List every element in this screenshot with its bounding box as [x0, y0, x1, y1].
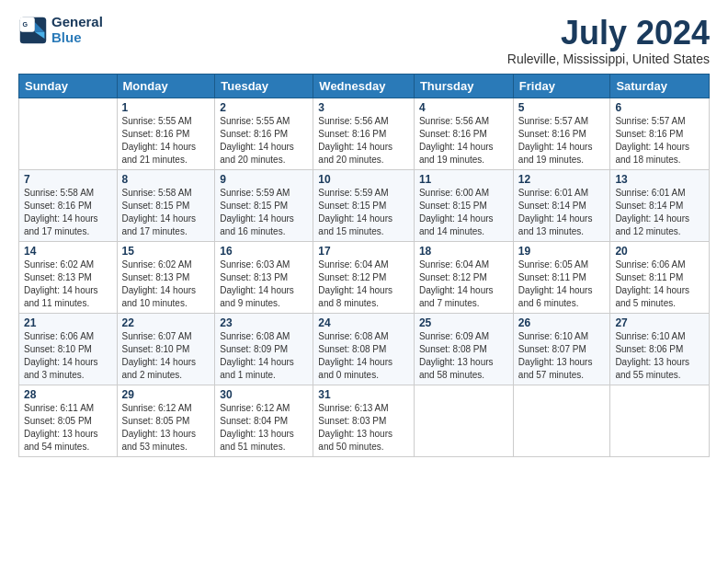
- day-info: Sunrise: 6:08 AM Sunset: 8:09 PM Dayligh…: [220, 330, 308, 382]
- day-number: 29: [122, 388, 210, 401]
- day-number: 25: [419, 316, 508, 329]
- calendar-cell: 16Sunrise: 6:03 AM Sunset: 8:13 PM Dayli…: [215, 241, 313, 313]
- col-tuesday: Tuesday: [215, 74, 313, 98]
- calendar-cell: 8Sunrise: 5:58 AM Sunset: 8:15 PM Daylig…: [117, 169, 215, 241]
- calendar-week-4: 21Sunrise: 6:06 AM Sunset: 8:10 PM Dayli…: [19, 313, 710, 385]
- logo-general: General: [51, 15, 103, 30]
- calendar-cell: [414, 385, 513, 456]
- calendar-cell: 12Sunrise: 6:01 AM Sunset: 8:14 PM Dayli…: [513, 169, 610, 241]
- main-title: July 2024: [507, 15, 710, 52]
- col-sunday: Sunday: [19, 74, 118, 98]
- calendar-cell: 3Sunrise: 5:56 AM Sunset: 8:16 PM Daylig…: [313, 98, 415, 169]
- col-wednesday: Wednesday: [313, 74, 415, 98]
- calendar-cell: 1Sunrise: 5:55 AM Sunset: 8:16 PM Daylig…: [117, 98, 215, 169]
- day-info: Sunrise: 5:58 AM Sunset: 8:15 PM Dayligh…: [122, 187, 210, 238]
- day-info: Sunrise: 6:04 AM Sunset: 8:12 PM Dayligh…: [318, 259, 409, 310]
- day-number: 19: [518, 245, 606, 258]
- title-block: July 2024 Ruleville, Mississippi, United…: [507, 15, 710, 66]
- logo-text: General Blue: [51, 15, 103, 45]
- calendar-cell: 29Sunrise: 6:12 AM Sunset: 8:05 PM Dayli…: [117, 385, 215, 456]
- day-info: Sunrise: 5:56 AM Sunset: 8:16 PM Dayligh…: [419, 115, 508, 167]
- day-info: Sunrise: 5:57 AM Sunset: 8:16 PM Dayligh…: [615, 115, 704, 167]
- day-number: 20: [615, 245, 704, 258]
- day-info: Sunrise: 6:04 AM Sunset: 8:12 PM Dayligh…: [419, 259, 508, 310]
- day-info: Sunrise: 5:59 AM Sunset: 8:15 PM Dayligh…: [220, 187, 308, 238]
- calendar-cell: 10Sunrise: 5:59 AM Sunset: 8:15 PM Dayli…: [313, 169, 415, 241]
- calendar-cell: 19Sunrise: 6:05 AM Sunset: 8:11 PM Dayli…: [513, 241, 610, 313]
- day-info: Sunrise: 6:07 AM Sunset: 8:10 PM Dayligh…: [122, 330, 210, 382]
- calendar-cell: 17Sunrise: 6:04 AM Sunset: 8:12 PM Dayli…: [313, 241, 415, 313]
- day-number: 14: [24, 245, 112, 258]
- day-number: 3: [318, 101, 409, 114]
- day-info: Sunrise: 5:55 AM Sunset: 8:16 PM Dayligh…: [122, 115, 210, 167]
- day-info: Sunrise: 6:01 AM Sunset: 8:14 PM Dayligh…: [518, 187, 606, 238]
- header: G General Blue July 2024 Ruleville, Miss…: [18, 15, 710, 66]
- day-number: 15: [122, 245, 210, 258]
- day-number: 22: [122, 316, 210, 329]
- calendar-cell: 22Sunrise: 6:07 AM Sunset: 8:10 PM Dayli…: [117, 313, 215, 385]
- calendar-cell: 13Sunrise: 6:01 AM Sunset: 8:14 PM Dayli…: [610, 169, 710, 241]
- day-number: 24: [318, 316, 409, 329]
- subtitle: Ruleville, Mississippi, United States: [507, 52, 710, 66]
- day-number: 10: [318, 173, 409, 186]
- calendar-cell: 9Sunrise: 5:59 AM Sunset: 8:15 PM Daylig…: [215, 169, 313, 241]
- calendar-cell: 24Sunrise: 6:08 AM Sunset: 8:08 PM Dayli…: [313, 313, 415, 385]
- calendar-week-3: 14Sunrise: 6:02 AM Sunset: 8:13 PM Dayli…: [19, 241, 710, 313]
- day-number: 23: [220, 316, 308, 329]
- calendar-cell: 23Sunrise: 6:08 AM Sunset: 8:09 PM Dayli…: [215, 313, 313, 385]
- day-number: 6: [615, 101, 704, 114]
- calendar-cell: 27Sunrise: 6:10 AM Sunset: 8:06 PM Dayli…: [610, 313, 710, 385]
- day-info: Sunrise: 6:10 AM Sunset: 8:06 PM Dayligh…: [615, 330, 704, 382]
- calendar-cell: 18Sunrise: 6:04 AM Sunset: 8:12 PM Dayli…: [414, 241, 513, 313]
- calendar-cell: [610, 385, 710, 456]
- calendar-table: Sunday Monday Tuesday Wednesday Thursday…: [18, 74, 710, 457]
- calendar-cell: 14Sunrise: 6:02 AM Sunset: 8:13 PM Dayli…: [19, 241, 118, 313]
- calendar-cell: 11Sunrise: 6:00 AM Sunset: 8:15 PM Dayli…: [414, 169, 513, 241]
- day-number: 9: [220, 173, 308, 186]
- day-info: Sunrise: 6:03 AM Sunset: 8:13 PM Dayligh…: [220, 259, 308, 310]
- day-info: Sunrise: 5:59 AM Sunset: 8:15 PM Dayligh…: [318, 187, 409, 238]
- day-info: Sunrise: 6:06 AM Sunset: 8:10 PM Dayligh…: [24, 330, 112, 382]
- day-info: Sunrise: 6:10 AM Sunset: 8:07 PM Dayligh…: [518, 330, 606, 382]
- day-number: 17: [318, 245, 409, 258]
- calendar-week-1: 1Sunrise: 5:55 AM Sunset: 8:16 PM Daylig…: [19, 98, 710, 169]
- day-info: Sunrise: 6:09 AM Sunset: 8:08 PM Dayligh…: [419, 330, 508, 382]
- calendar-cell: [513, 385, 610, 456]
- logo: G General Blue: [18, 15, 103, 45]
- col-friday: Friday: [513, 74, 610, 98]
- calendar-cell: 15Sunrise: 6:02 AM Sunset: 8:13 PM Dayli…: [117, 241, 215, 313]
- logo-blue: Blue: [51, 30, 103, 46]
- calendar-cell: 6Sunrise: 5:57 AM Sunset: 8:16 PM Daylig…: [610, 98, 710, 169]
- day-number: 30: [220, 388, 308, 401]
- calendar-cell: 5Sunrise: 5:57 AM Sunset: 8:16 PM Daylig…: [513, 98, 610, 169]
- calendar-cell: 25Sunrise: 6:09 AM Sunset: 8:08 PM Dayli…: [414, 313, 513, 385]
- col-monday: Monday: [117, 74, 215, 98]
- calendar-week-5: 28Sunrise: 6:11 AM Sunset: 8:05 PM Dayli…: [19, 385, 710, 456]
- day-info: Sunrise: 5:58 AM Sunset: 8:16 PM Dayligh…: [24, 187, 112, 238]
- day-info: Sunrise: 5:55 AM Sunset: 8:16 PM Dayligh…: [220, 115, 308, 167]
- calendar-cell: 28Sunrise: 6:11 AM Sunset: 8:05 PM Dayli…: [19, 385, 118, 456]
- calendar-cell: 26Sunrise: 6:10 AM Sunset: 8:07 PM Dayli…: [513, 313, 610, 385]
- logo-icon: G: [18, 16, 48, 45]
- day-info: Sunrise: 6:06 AM Sunset: 8:11 PM Dayligh…: [615, 259, 704, 310]
- day-number: 21: [24, 316, 112, 329]
- calendar-cell: 2Sunrise: 5:55 AM Sunset: 8:16 PM Daylig…: [215, 98, 313, 169]
- page: G General Blue July 2024 Ruleville, Miss…: [0, 0, 728, 472]
- day-info: Sunrise: 6:12 AM Sunset: 8:04 PM Dayligh…: [220, 402, 308, 454]
- day-info: Sunrise: 6:05 AM Sunset: 8:11 PM Dayligh…: [518, 259, 606, 310]
- day-number: 2: [220, 101, 308, 114]
- day-number: 4: [419, 101, 508, 114]
- day-number: 18: [419, 245, 508, 258]
- svg-text:G: G: [22, 20, 28, 28]
- col-saturday: Saturday: [610, 74, 710, 98]
- day-number: 13: [615, 173, 704, 186]
- day-info: Sunrise: 6:08 AM Sunset: 8:08 PM Dayligh…: [318, 330, 409, 382]
- day-number: 1: [122, 101, 210, 114]
- day-number: 26: [518, 316, 606, 329]
- calendar-header-row: Sunday Monday Tuesday Wednesday Thursday…: [19, 74, 710, 98]
- day-number: 16: [220, 245, 308, 258]
- col-thursday: Thursday: [414, 74, 513, 98]
- day-number: 12: [518, 173, 606, 186]
- day-number: 27: [615, 316, 704, 329]
- calendar-cell: 4Sunrise: 5:56 AM Sunset: 8:16 PM Daylig…: [414, 98, 513, 169]
